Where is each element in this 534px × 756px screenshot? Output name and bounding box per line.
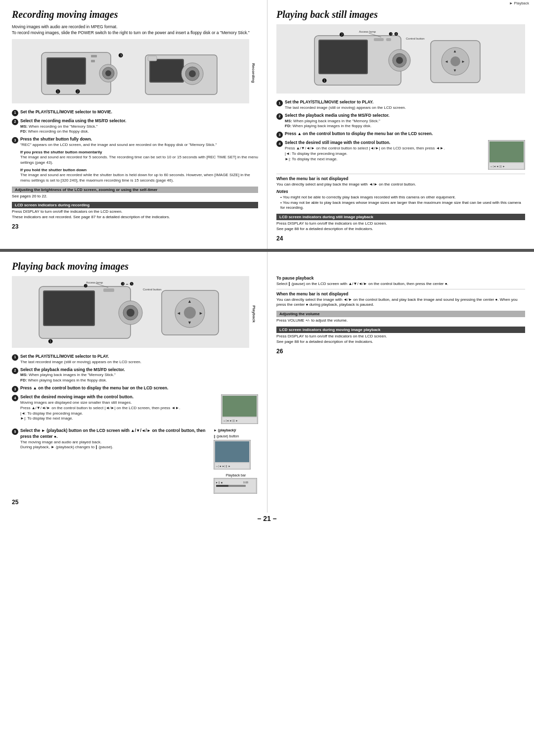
svg-rect-25 — [386, 38, 391, 41]
svg-text:❷: ❷ — [84, 284, 88, 288]
recording-dark-body-1: Press DISPLAY to turn on/off the indicat… — [12, 209, 258, 220]
recording-page-num: 23 — [12, 223, 258, 230]
svg-rect-6 — [91, 55, 97, 57]
still-step-3-content: Press ▲ on the control button to display… — [285, 131, 525, 138]
still-when-bar-1: When the menu bar is not displayed — [276, 176, 525, 181]
still-step-1-circle: 1 — [276, 100, 283, 106]
svg-rect-40 — [490, 142, 524, 162]
moving-step-3: 3 Press ▲ on the control button to displ… — [12, 385, 258, 392]
svg-rect-13 — [150, 60, 183, 82]
svg-text:▼: ▼ — [187, 320, 192, 325]
recording-gray-header-1: Adjusting the brightness of the LCD scre… — [12, 187, 258, 193]
svg-text:❸: ❸ — [118, 52, 123, 58]
svg-rect-7 — [91, 60, 95, 62]
svg-rect-74 — [216, 485, 228, 487]
svg-text:❶: ❶ — [55, 89, 60, 94]
pause-body: Select ‖ (pause) on the LCD screen with … — [276, 282, 525, 287]
recording-steps: 1 Set the PLAY/STILL/MOVIE selector to M… — [12, 109, 258, 184]
step-3-content: Press the shutter button fully down. "RE… — [20, 137, 258, 183]
svg-text:0:08: 0:08 — [243, 481, 248, 484]
sub-step-2-body: The image and sound are recorded while t… — [20, 173, 258, 184]
still-step-4-circle: 4 — [276, 141, 283, 147]
step5-label-1: ► (playback)/ — [214, 428, 258, 433]
moving-step-2-title: Select the playback media using the MS/F… — [20, 367, 258, 373]
svg-text:▲: ▲ — [187, 299, 192, 304]
step5-label-2: ‖ (pause) button — [214, 434, 258, 439]
svg-text:‹› |◄ ►| ‖ ►: ‹› |◄ ►| ‖ ► — [223, 419, 238, 422]
moving-step-3-content: Press ▲ on the control button to display… — [20, 385, 258, 392]
still-step-2-circle: 2 — [276, 113, 283, 120]
still-step-4-body: Press ▲/▼/◄/► on the control button to s… — [285, 146, 485, 162]
moving-lcd-svg-5a: ‹› |◄ ►| ‖ ► — [214, 440, 251, 470]
moving-step-4-title: Select the desired moving image with the… — [20, 394, 218, 400]
still-step-3-title: Press ▲ on the control button to display… — [285, 131, 525, 137]
moving-step-1: 1 Set the PLAY/STILL/MOVIE selector to P… — [12, 354, 258, 365]
still-dark-header-1: LCD screen indicators during still image… — [276, 214, 525, 220]
moving-step-3-title: Press ▲ on the control button to display… — [20, 385, 258, 391]
step-3-circle: 3 — [12, 137, 18, 143]
still-step-1-title: Set the PLAY/STILL/MOVIE selector to PLA… — [285, 99, 525, 105]
step-2-content: Select the recording media using the MS/… — [20, 118, 258, 135]
pause-section: To pause playback Select ‖ (pause) on th… — [276, 276, 525, 308]
bottom-half: Playing back moving images — [0, 252, 534, 513]
recording-step-2: 2 Select the recording media using the M… — [12, 118, 258, 135]
recording-camera-svg: ❶ ❷ ❸ — [37, 40, 224, 102]
moving-step-1-title: Set the PLAY/STILL/MOVIE selector to PLA… — [20, 354, 258, 360]
moving-steps: 1 Set the PLAY/STILL/MOVIE selector to P… — [12, 354, 258, 496]
still-step-4: 4 Select the desired still image with th… — [276, 140, 525, 172]
still-step-4-title: Select the desired still image with the … — [285, 140, 485, 146]
svg-text:❶: ❶ — [48, 338, 53, 344]
moving-step-5-title: Select the ► (playback) button on the LC… — [20, 428, 211, 440]
still-notes-title: Notes — [276, 189, 525, 194]
svg-text:► ‖ ■: ► ‖ ■ — [216, 481, 222, 484]
moving-step-2-body: MS: When playing back images in the "Mem… — [20, 373, 258, 383]
svg-point-58 — [184, 307, 196, 319]
still-step-1-content: Set the PLAY/STILL/MOVIE selector to PLA… — [285, 99, 525, 111]
svg-text:►: ► — [461, 59, 465, 64]
svg-point-23 — [396, 57, 403, 64]
recording-step-1: 1 Set the PLAY/STILL/MOVIE selector to M… — [12, 109, 258, 116]
still-dark-body-1: Press DISPLAY to turn on/off the indicat… — [276, 221, 525, 232]
svg-rect-64 — [222, 396, 257, 417]
svg-text:❸ – ❺: ❸ – ❺ — [121, 282, 134, 286]
still-when-body-1: You can directly select and play back th… — [276, 182, 525, 188]
step-1-content: Set the PLAY/STILL/MOVIE selector to MOV… — [20, 109, 258, 116]
still-step-4-content: Select the desired still image with the … — [285, 140, 525, 172]
moving-lcd-svg-4: ‹› |◄ ►| ‖ ► — [221, 394, 258, 424]
recording-camera-diagram: ❶ ❷ ❸ — [12, 39, 249, 103]
still-step-2: 2 Select the playback media using the MS… — [276, 113, 525, 129]
svg-rect-68 — [215, 441, 249, 462]
svg-text:❶: ❶ — [322, 78, 327, 84]
sub-step-1-body: The image and sound are recorded for 5 s… — [20, 155, 258, 166]
moving-step-5-body: The moving image and audio are played ba… — [20, 440, 211, 451]
moving-dark-header-1: LCD screen indicators during moving imag… — [276, 327, 525, 333]
step-1-circle: 1 — [12, 110, 18, 116]
svg-rect-2 — [47, 58, 85, 84]
svg-point-5 — [105, 70, 111, 76]
recording-intro: Moving images with audio are recorded in… — [12, 24, 258, 36]
moving-page-num-right: 26 — [276, 348, 525, 355]
page: Recording moving images Moving images wi… — [0, 0, 534, 524]
recording-section: Recording moving images Moving images wi… — [0, 0, 267, 249]
svg-text:◄: ◄ — [177, 311, 181, 316]
still-note-1: • You might not be able to correctly pla… — [280, 195, 525, 200]
moving-step-2-circle: 2 — [12, 368, 18, 374]
svg-text:◄: ◄ — [445, 59, 448, 64]
moving-step-2-content: Select the playback media using the MS/F… — [20, 367, 258, 383]
step-3-body: "REC" appears on the LCD screen, and the… — [20, 142, 258, 148]
step-2-body: MS: When recording on the "Memory Stick.… — [20, 124, 258, 135]
moving-when-bar-1: When the menu bar is not displayed — [276, 291, 525, 296]
moving-playback-cont-section: To pause playback Select ‖ (pause) on th… — [267, 252, 534, 513]
pause-divider — [276, 289, 525, 289]
svg-text:Control button: Control button — [143, 288, 162, 291]
moving-step-2: 2 Select the playback media using the MS… — [12, 367, 258, 383]
sub-step-1-title: If you press the shutter button momentar… — [20, 149, 258, 155]
moving-when-body-1: You can directly select the image with ◄… — [276, 297, 525, 308]
svg-point-16 — [189, 70, 196, 77]
still-note-2: • You may not be able to play back image… — [280, 200, 525, 211]
svg-text:‹› |◄ ►| ‖ ►: ‹› |◄ ►| ‖ ► — [216, 465, 230, 468]
still-step-1: 1 Set the PLAY/STILL/MOVIE selector to P… — [276, 99, 525, 111]
svg-text:❸ ❹: ❸ ❹ — [389, 32, 398, 37]
still-step-2-body: MS: When playing back images in the "Mem… — [285, 119, 525, 130]
svg-text:Control button: Control button — [406, 37, 425, 40]
